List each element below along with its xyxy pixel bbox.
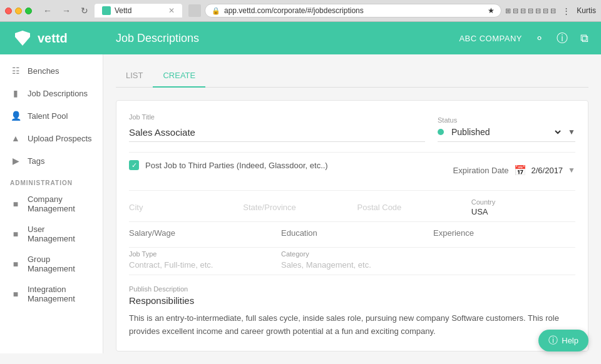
job-title-row: Job Title Status Published Draft Closed: [129, 113, 575, 142]
star-icon[interactable]: ★: [488, 6, 495, 15]
grid-icon: ☷: [10, 65, 21, 76]
sidebar-item-benches[interactable]: ☷ Benches: [0, 59, 103, 82]
create-job-form: Job Title Status Published Draft Closed: [116, 100, 588, 351]
talent-icon: 👤: [10, 110, 21, 121]
url-text: app.vettd.com/corporate/#/jobdescription…: [224, 6, 364, 15]
tag-icon: ▶: [10, 155, 21, 166]
app-header: vettd Job Descriptions ABC COMPANY ⚬ ⓘ ⧉: [0, 22, 601, 54]
job-type-label: Job Type: [129, 250, 271, 258]
divider-2: [129, 190, 575, 191]
document-icon: ▮: [10, 88, 21, 99]
sidebar-item-upload-prospects[interactable]: ▲ Upload Prospects: [0, 127, 103, 149]
admin-section-label: Administration: [0, 172, 103, 189]
job-title-label: Job Title: [129, 113, 425, 121]
browser-user-name: Kurtis: [577, 6, 596, 15]
expiration-value: 2/6/2017: [532, 166, 563, 175]
city-input[interactable]: [129, 198, 233, 216]
tab-create[interactable]: CREATE: [153, 64, 205, 88]
app-logo-text: vettd: [38, 31, 68, 46]
salary-input[interactable]: [129, 225, 271, 242]
browser-menu-icon[interactable]: ⋮: [562, 6, 570, 16]
jobtype-category-row: Job Type Contract, Full-time, etc. Categ…: [129, 250, 575, 275]
education-input[interactable]: [281, 225, 423, 242]
forward-button[interactable]: →: [59, 4, 73, 17]
content-wrapper: ☷ Benches ▮ Job Descriptions 👤 Talent Po…: [0, 54, 601, 353]
sidebar: ☷ Benches ▮ Job Descriptions 👤 Talent Po…: [0, 54, 103, 353]
job-title-input[interactable]: [129, 123, 425, 142]
logout-icon[interactable]: ⧉: [580, 32, 588, 45]
user-icon[interactable]: ⚬: [535, 31, 544, 45]
page-title: Job Descriptions: [116, 32, 459, 45]
status-chevron-icon: ▼: [568, 128, 575, 136]
tab-list[interactable]: LIST: [116, 64, 153, 88]
status-label: Status: [438, 116, 575, 124]
divider-1: [129, 152, 575, 153]
experience-input[interactable]: [433, 225, 575, 242]
close-window-button[interactable]: [5, 8, 12, 14]
sidebar-label-tags: Tags: [28, 156, 44, 166]
job-type-placeholder: Contract, Full-time, etc.: [129, 260, 271, 270]
category-placeholder: Sales, Management, etc.: [281, 260, 423, 270]
status-select[interactable]: Published Draft Closed: [449, 126, 563, 138]
help-button[interactable]: ⓘ Help: [538, 330, 588, 351]
sidebar-label-job-descriptions: Job Descriptions: [28, 89, 88, 98]
back-button[interactable]: ←: [41, 4, 54, 17]
browser-chrome: ← → ↻ Vettd ✕ 🔒 app.vettd.com/corporate/…: [0, 0, 601, 22]
extensions-area: ⊞ ⊟ ⊟ ⊟ ⊟ ⊟ ⊟: [505, 7, 556, 15]
company-name: ABC COMPANY: [459, 34, 522, 43]
sidebar-item-user-management[interactable]: ■ User Management: [0, 219, 103, 249]
browser-navigation: ← → ↻: [41, 4, 91, 17]
sidebar-item-tags[interactable]: ▶ Tags: [0, 149, 103, 172]
country-field: Country USA: [471, 198, 575, 216]
minimize-window-button[interactable]: [15, 8, 22, 14]
tab-bar: LIST CREATE: [116, 64, 588, 88]
info-icon[interactable]: ⓘ: [557, 31, 568, 46]
sidebar-item-group-management[interactable]: ■ Group Management: [0, 249, 103, 279]
job-title-group: Job Title: [129, 113, 425, 142]
location-row: Country USA: [129, 198, 575, 222]
security-lock-icon: 🔒: [212, 7, 220, 15]
checkbox-expiration-row: ✓ Post Job to Third Parties (Indeed, Gla…: [129, 160, 575, 180]
new-tab-button[interactable]: [188, 4, 201, 17]
help-circle-icon: ⓘ: [548, 335, 558, 346]
details-row: [129, 225, 575, 248]
publish-description-section: Publish Description Responsibilities Thi…: [129, 285, 575, 338]
svg-marker-0: [15, 31, 30, 46]
third-party-checkbox-row: ✓ Post Job to Third Parties (Indeed, Gla…: [129, 160, 328, 170]
expiration-group: Expiration Date 📅 2/6/2017 ▼: [453, 164, 575, 176]
maximize-window-button[interactable]: [25, 8, 32, 14]
sidebar-item-job-descriptions[interactable]: ▮ Job Descriptions: [0, 82, 103, 104]
status-field: Published Draft Closed ▼: [438, 126, 575, 142]
address-bar[interactable]: 🔒 app.vettd.com/corporate/#/jobdescripti…: [205, 4, 501, 18]
sidebar-label-integration-mgmt: Integration Management: [28, 285, 93, 303]
postal-input[interactable]: [357, 198, 461, 216]
calendar-icon[interactable]: 📅: [514, 164, 527, 176]
status-group: Status Published Draft Closed ▼: [438, 116, 575, 142]
sidebar-label-benches: Benches: [28, 66, 59, 76]
publish-desc-heading: Responsibilities: [129, 295, 575, 306]
sidebar-item-company-management[interactable]: ■ Company Management: [0, 189, 103, 219]
category-label: Category: [281, 250, 423, 258]
plug-icon: ■: [10, 288, 21, 300]
vettd-logo-icon: [13, 28, 33, 48]
header-icons: ⚬ ⓘ ⧉: [535, 31, 588, 46]
sidebar-label-group-mgmt: Group Management: [28, 255, 93, 273]
state-input[interactable]: [243, 198, 347, 216]
browser-traffic-lights: [5, 8, 32, 14]
country-label: Country: [471, 198, 575, 206]
help-label: Help: [562, 336, 578, 345]
sidebar-item-talent-pool[interactable]: 👤 Talent Pool: [0, 104, 103, 127]
empty-field: [433, 250, 575, 270]
sidebar-label-talent-pool: Talent Pool: [28, 111, 68, 121]
sidebar-label-upload-prospects: Upload Prospects: [28, 134, 92, 143]
sidebar-item-integration-management[interactable]: ■ Integration Management: [0, 279, 103, 309]
app-logo: vettd: [13, 28, 116, 48]
tab-close-icon[interactable]: ✕: [168, 6, 175, 15]
expiration-chevron-icon[interactable]: ▼: [568, 166, 575, 174]
browser-tab[interactable]: Vettd ✕: [95, 4, 182, 18]
country-value: USA: [471, 207, 575, 216]
sidebar-label-user-mgmt: User Management: [28, 225, 93, 243]
post-third-party-checkbox[interactable]: ✓: [129, 160, 139, 170]
main-content: LIST CREATE Job Title Status: [103, 54, 601, 353]
refresh-button[interactable]: ↻: [78, 4, 91, 17]
